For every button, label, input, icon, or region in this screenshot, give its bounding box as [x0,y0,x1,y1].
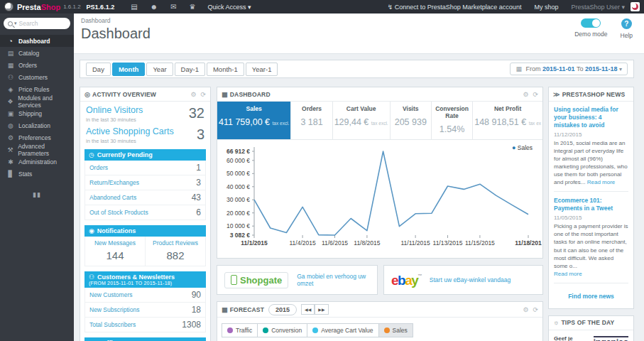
total-subscribers-link[interactable]: Total Subscribers [89,321,136,328]
period-tabs: Day Month Year Day-1 Month-1 Year-1 [86,63,279,76]
refresh-icon[interactable]: ⟳ [533,91,538,98]
previous-year-button[interactable]: ◀◀ [301,304,315,315]
metric-sales[interactable]: Sales411 759,00 € tax excl. [217,102,291,139]
help-icon[interactable]: ? [621,18,632,29]
cart-icon[interactable]: ▤ [131,3,137,11]
topbar: PrestaShop 1.6.1.2 PS1.6.1.2 ▤ ☻ ✉ ♛ Qui… [0,0,644,13]
orders-link[interactable]: Orders [89,164,108,171]
news-item-date: 11/12/2015 [554,131,628,138]
tab-month[interactable]: Month [112,63,146,76]
sidebar-item-advanced-parameters[interactable]: ⚒Advanced Parameters [0,144,74,156]
refresh-icon[interactable]: ⟳ [533,306,538,313]
search-input[interactable] [19,20,62,27]
sidebar-item-label: Preferences [18,134,51,141]
svg-text:11/15/2015: 11/15/2015 [465,239,495,247]
read-more-link[interactable]: Read more [587,179,616,185]
marketplace-connect-link[interactable]: ↯ Connect to PrestaShop Marketplace acco… [388,4,522,11]
legend-avg-cart-value-button[interactable]: Average Cart Value [307,323,378,337]
sidebar-item-dashboard[interactable]: ◔Dashboard [0,35,74,47]
sidebar-item-preferences[interactable]: ⚙Preferences [0,131,74,144]
phone-icon [231,275,237,285]
user-avatar[interactable] [631,2,640,11]
next-year-button[interactable]: ▶▶ [315,304,328,315]
product-reviews-link[interactable]: Product Reviews [147,239,204,247]
news-item-title[interactable]: Using social media for your business: 4 … [554,106,628,129]
out-of-stock-link[interactable]: Out of Stock Products [89,209,148,216]
dashboard-panel-title: ▦DASHBOARD [222,91,271,98]
prestashop-logo[interactable] [4,2,13,11]
table-row: Orders1 [85,161,205,175]
legend-conversion-button[interactable]: Conversion [258,323,307,337]
ebay-link[interactable]: Start uw eBay-winkel vandaag [430,276,511,283]
my-shop-link[interactable]: My shop [534,4,558,11]
customers-subtitle: (FROM 2015-11-01 TO 2015-11-18) [89,281,202,286]
legend-traffic-button[interactable]: Traffic [222,323,258,337]
search-scope-caret-icon[interactable]: ▾ [14,21,17,26]
sidebar-item-price-rules[interactable]: ◈Price Rules [0,83,74,95]
page-header: Dashboard Dashboard Demo mode ? Help [74,13,644,54]
shopgate-ad[interactable]: Shopgate Ga mobiel en verhoog uw omzet [217,265,378,295]
shopgate-link[interactable]: Ga mobiel en verhoog uw omzet [297,273,370,287]
online-visitors-link[interactable]: Online Visitors [86,106,143,116]
news-item-title[interactable]: Ecommerce 101: Payments in a Tweet [554,197,628,212]
new-messages-link[interactable]: New Messages [87,239,143,247]
metric-net-profit[interactable]: Net Profit148 918,51 € tax ex [473,102,542,139]
sidebar-item-modules[interactable]: ❖Modules and Services [0,95,74,107]
find-more-news-link[interactable]: Find more news [554,288,628,305]
shopgate-logo: Shopgate [224,272,288,288]
sales-line-chart: 66 912 €60 000 €50 000 €40 000 €30 000 €… [219,143,535,254]
localization-icon: ◍ [6,122,16,129]
gear-icon[interactable]: ⚙ [523,91,528,98]
metric-orders[interactable]: Orders3 181 [291,102,332,139]
sidebar-item-label: Price Rules [18,86,49,93]
tab-day[interactable]: Day [86,63,111,76]
tip-heading: Geef je Sales in het buitenland een Boos… [554,335,586,341]
ebay-ad[interactable]: ebay™ Start uw eBay-winkel vandaag [383,265,543,295]
read-more-link[interactable]: Read more [554,271,582,277]
sidebar-item-localization[interactable]: ◍Localization [0,119,74,131]
period-toolbar: Day Month Year Day-1 Month-1 Year-1 ▦ Fr… [80,60,634,78]
metric-visits[interactable]: Visits205 939 [391,102,432,139]
date-range-button[interactable]: ▦ From 2015-11-01 To 2015-11-18 ▾ [510,63,628,75]
active-carts-link[interactable]: Active Shopping Carts [86,127,174,137]
sidebar-item-orders[interactable]: ▦Orders [0,59,74,71]
collapse-menu-button[interactable]: ▮▮ [0,191,74,198]
metric-cart-value[interactable]: Cart Value129,44 € tax excl. [333,102,391,139]
customers-topbar-icon[interactable]: ☻ [151,3,158,11]
sidebar-item-administration[interactable]: ✱Administration [0,156,74,168]
sales-chart-area: ● Sales 66 912 €60 000 €50 000 €40 000 €… [217,140,542,258]
legend-sales-button[interactable]: Sales [379,323,413,337]
returns-link[interactable]: Return/Exchanges [89,179,139,186]
brand-name[interactable]: PrestaShop [17,3,60,11]
sidebar-item-catalog[interactable]: ▤Catalog [0,47,74,59]
sidebar-item-customers[interactable]: ⚇Customers [0,71,74,83]
breadcrumb[interactable]: Dashboard [74,13,644,24]
user-menu[interactable]: PrestaShop User ▾ [571,4,625,11]
messages-icon[interactable]: ✉ [170,3,176,11]
refresh-icon[interactable]: ⟳ [200,91,206,98]
sidebar-item-label: Orders [18,62,37,69]
search-box[interactable]: ▾ [4,18,70,29]
sidebar-item-shipping[interactable]: ▣Shipping [0,107,74,119]
sidebar-item-stats[interactable]: ▊Stats [0,168,74,180]
new-customers-link[interactable]: New Customers [89,291,132,298]
demo-mode-toggle[interactable] [581,18,601,28]
abandoned-carts-link[interactable]: Abandoned Carts [89,194,136,201]
new-subscriptions-link[interactable]: New Subscriptions [89,306,139,313]
row-value: 1308 [182,320,201,330]
currently-pending-header: ◷Currently Pending [84,149,206,161]
tab-day-1[interactable]: Day-1 [175,63,205,76]
tab-year-1[interactable]: Year-1 [246,63,278,76]
metric-conversion-rate[interactable]: Conversion Rate1.54% [432,102,473,139]
news-item-excerpt: In 2015, social media are an integral pa… [554,139,628,186]
quick-access-menu[interactable]: Quick Access ▾ [207,4,251,11]
gear-icon[interactable]: ⚙ [523,306,528,313]
tab-month-1[interactable]: Month-1 [207,63,244,76]
prestashop-news-panel: ≫PRESTASHOP NEWS Using social media for … [548,87,634,309]
svg-text:11/11/2015: 11/11/2015 [400,239,430,247]
svg-text:11/13/2015: 11/13/2015 [433,239,463,247]
gear-icon[interactable]: ⚙ [190,91,196,98]
trophy-icon[interactable]: ♛ [190,3,196,11]
stats-icon: ▊ [6,170,16,178]
tab-year[interactable]: Year [146,63,173,76]
